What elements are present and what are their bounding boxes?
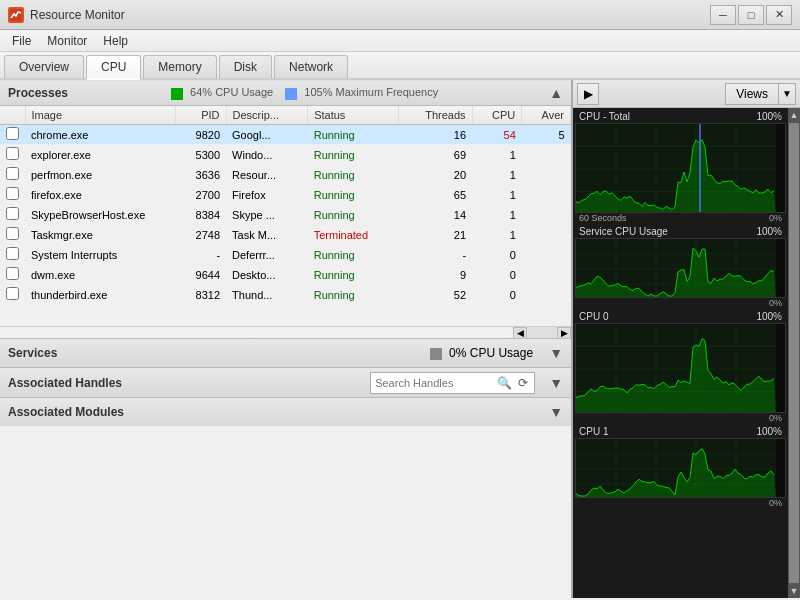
services-cpu-icon [430,348,442,360]
row-check[interactable] [0,285,25,305]
row-status: Running [308,145,399,165]
chart-bottom-2: 0% [575,413,786,423]
row-cpu: 1 [472,165,522,185]
chart-bottom-left-0: 60 Seconds [579,213,627,223]
table-row[interactable]: chrome.exe 9820 Googl... Running 16 54 5 [0,125,571,145]
row-avg [522,225,571,245]
scroll-up-arrow[interactable]: ▲ [788,108,800,122]
refresh-icon[interactable]: ⟳ [516,376,530,390]
row-cpu: 1 [472,225,522,245]
process-table-container[interactable]: Image PID Descrip... Status Threads CPU … [0,106,571,326]
row-status: Running [308,245,399,265]
scroll-left-btn[interactable]: ◀ [513,327,527,339]
table-row[interactable]: dwm.exe 9644 Deskto... Running 9 0 [0,265,571,285]
views-dropdown-btn[interactable]: ▼ [778,83,796,105]
services-header[interactable]: Services 0% CPU Usage ▼ [0,339,571,367]
row-check[interactable] [0,165,25,185]
menu-help[interactable]: Help [95,32,136,50]
table-header-row: Image PID Descrip... Status Threads CPU … [0,106,571,125]
chart-bottom-right-0: 0% [769,213,782,223]
col-header-threads[interactable]: Threads [399,106,472,125]
row-threads: 9 [399,265,472,285]
row-avg [522,245,571,265]
chart-block-1: Service CPU Usage100% 0% [575,225,786,308]
right-scrollbar[interactable]: ▲ ▼ [788,108,800,598]
modules-header[interactable]: Associated Modules ▼ [0,398,571,426]
processes-section-header[interactable]: Processes 64% CPU Usage 105% Maximum Fre… [0,80,571,106]
menu-monitor[interactable]: Monitor [39,32,95,50]
table-row[interactable]: SkypeBrowserHost.exe 8384 Skype ... Runn… [0,205,571,225]
row-check[interactable] [0,125,25,145]
charts-container[interactable]: CPU - Total100% 60 Seconds0%Service CPU … [573,108,788,598]
row-check[interactable] [0,205,25,225]
nav-forward-button[interactable]: ▶ [577,83,599,105]
chart-canvas-3 [575,438,786,498]
menu-file[interactable]: File [4,32,39,50]
services-section: Services 0% CPU Usage ▼ [0,338,571,367]
right-header: ▶ Views ▼ [573,80,800,108]
chart-canvas-1 [575,238,786,298]
col-header-desc[interactable]: Descrip... [226,106,308,125]
handles-section: Associated Handles 🔍 ⟳ ▼ [0,367,571,397]
table-row[interactable]: Taskmgr.exe 2748 Task M... Terminated 21… [0,225,571,245]
h-scrollbar[interactable]: ◀ ▶ [0,326,571,338]
col-header-avg[interactable]: Aver [522,106,571,125]
row-check[interactable] [0,225,25,245]
table-row[interactable]: explorer.exe 5300 Windo... Running 69 1 [0,145,571,165]
tab-memory[interactable]: Memory [143,55,216,78]
row-threads: 21 [399,225,472,245]
search-handles-box[interactable]: 🔍 ⟳ [370,372,535,394]
tab-network[interactable]: Network [274,55,348,78]
close-button[interactable]: ✕ [766,5,792,25]
search-handles-input[interactable] [375,377,495,389]
tab-disk[interactable]: Disk [219,55,272,78]
row-desc: Deskto... [226,265,308,285]
row-status: Running [308,125,399,145]
tab-bar: Overview CPU Memory Disk Network [0,52,800,80]
svg-rect-9 [699,124,701,213]
scroll-right-btn[interactable]: ▶ [557,327,571,339]
row-cpu: 0 [472,245,522,265]
minimize-button[interactable]: ─ [710,5,736,25]
search-icon[interactable]: 🔍 [495,376,514,390]
app-icon [8,7,24,23]
tab-overview[interactable]: Overview [4,55,84,78]
table-row[interactable]: System Interrupts - Deferrr... Running -… [0,245,571,265]
row-status: Running [308,165,399,185]
row-desc: Googl... [226,125,308,145]
maximize-button[interactable]: □ [738,5,764,25]
row-check[interactable] [0,185,25,205]
scroll-down-arrow[interactable]: ▼ [788,584,800,598]
table-row[interactable]: perfmon.exe 3636 Resour... Running 20 1 [0,165,571,185]
chart-title-bar-0: CPU - Total100% [575,110,786,123]
col-header-cpu[interactable]: CPU [472,106,522,125]
row-check[interactable] [0,145,25,165]
chart-block-0: CPU - Total100% 60 Seconds0% [575,110,786,223]
row-desc: Task M... [226,225,308,245]
row-threads: 69 [399,145,472,165]
table-row[interactable]: thunderbird.exe 8312 Thund... Running 52… [0,285,571,305]
col-header-image[interactable]: Image [25,106,176,125]
table-row[interactable]: firefox.exe 2700 Firefox Running 65 1 [0,185,571,205]
tab-cpu[interactable]: CPU [86,55,141,80]
chart-canvas-0 [575,123,786,213]
row-pid: 3636 [176,165,226,185]
scroll-thumb[interactable] [527,327,557,339]
row-desc: Thund... [226,285,308,305]
col-header-status[interactable]: Status [308,106,399,125]
row-check[interactable] [0,245,25,265]
col-header-pid[interactable]: PID [176,106,226,125]
menu-bar: File Monitor Help [0,30,800,52]
row-check[interactable] [0,265,25,285]
row-image: System Interrupts [25,245,176,265]
chart-block-2: CPU 0100% 0% [575,310,786,423]
views-label[interactable]: Views [725,83,778,105]
row-threads: 14 [399,205,472,225]
services-chevron: ▼ [549,345,563,361]
scroll-thumb-right[interactable] [789,123,799,583]
chart-block-3: CPU 1100% 0% [575,425,786,508]
row-image: SkypeBrowserHost.exe [25,205,176,225]
handles-chevron: ▼ [549,375,563,391]
max-freq-label: 105% Maximum Frequency [304,86,438,98]
row-image: dwm.exe [25,265,176,285]
